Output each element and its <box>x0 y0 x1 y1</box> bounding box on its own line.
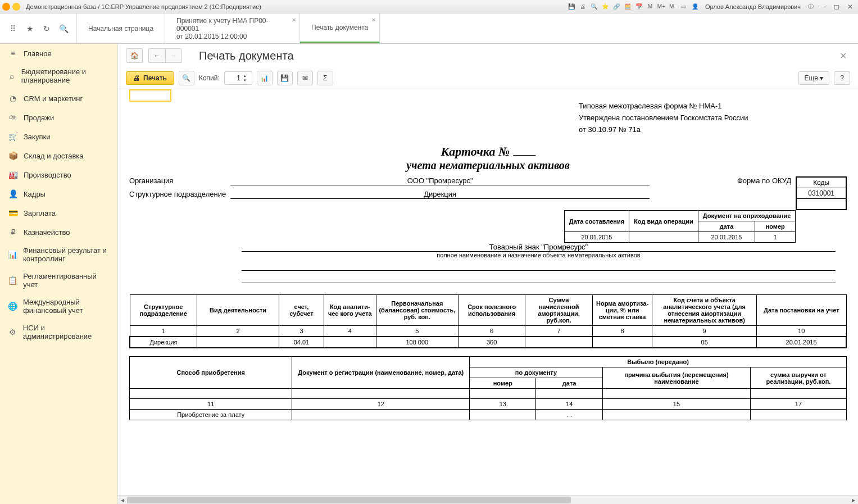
spin-down-icon[interactable]: ▼ <box>242 78 248 83</box>
page-title: Печать документа <box>199 49 294 62</box>
clipboard-icon: 📋 <box>8 275 17 285</box>
top-toolbar: ⠿ ★ ↻ 🔍 Начальная страница Принятие к уч… <box>0 13 858 44</box>
info-icon[interactable]: ⓘ <box>806 2 815 11</box>
sidebar-item-warehouse[interactable]: 📦Склад и доставка <box>0 146 117 165</box>
close-tab-icon[interactable]: ✕ <box>371 17 376 23</box>
sidebar-item-budgeting[interactable]: ⌕Бюджетирование и планирование <box>0 63 117 89</box>
mt-n1: 1 <box>130 326 197 337</box>
target-icon: ⌕ <box>8 71 16 81</box>
sidebar-item-purchases[interactable]: 🛒Закупки <box>0 127 117 146</box>
print-icon[interactable]: 🖨 <box>578 2 587 11</box>
mt-v6: 360 <box>458 337 525 348</box>
help-button[interactable]: ? <box>834 71 850 85</box>
close-tab-icon[interactable]: ✕ <box>292 17 296 23</box>
mt-h9: Код счета и объекта аналитического учета… <box>652 295 757 326</box>
sidebar-item-crm[interactable]: ◔CRM и маркетинг <box>0 89 117 108</box>
scrollbar-thumb[interactable] <box>127 497 571 503</box>
m-icon[interactable]: M <box>646 2 655 11</box>
card-icon: 💳 <box>8 208 18 218</box>
email-button[interactable]: ✉ <box>297 71 313 85</box>
panel-icon[interactable]: ▭ <box>679 2 688 11</box>
tab-document[interactable]: Принятие к учету НМА ПР00-000001 от 20.0… <box>165 13 300 43</box>
window-title: Демонстрационная база / 1С:ERP Управлени… <box>26 3 261 10</box>
close-window-button[interactable]: ✕ <box>845 2 856 11</box>
sidebar-item-label: CRM и маркетинг <box>24 94 83 103</box>
sum-button[interactable]: Σ <box>317 71 333 85</box>
sidebar-item-ifrs[interactable]: 🌐Международный финансовый учет <box>0 293 117 319</box>
spin-up-icon[interactable]: ▲ <box>242 74 248 78</box>
home-button[interactable]: 🏠 <box>126 48 143 63</box>
history-icon[interactable]: ↻ <box>42 24 52 34</box>
calendar-icon[interactable]: 📅 <box>634 2 643 11</box>
th-doc: Документ на оприходование <box>698 211 796 221</box>
sidebar-item-salary[interactable]: 💳Зарплата <box>0 203 117 223</box>
favorite-icon[interactable]: ⭐ <box>601 2 610 11</box>
mt-v8 <box>592 337 652 348</box>
person-icon: 👤 <box>8 189 18 199</box>
document-viewport[interactable]: Типовая межотраслевая форма № НМА-1 Утве… <box>118 89 858 495</box>
mt-h10: Дата постановки на учет <box>757 295 846 326</box>
sidebar-item-admin[interactable]: ⚙НСИ и администрирование <box>0 319 117 345</box>
excel-button[interactable]: 📊 <box>257 71 273 85</box>
mminus-icon[interactable]: M- <box>668 2 677 11</box>
tab-start-page[interactable]: Начальная страница <box>77 13 165 43</box>
th-doc-date: дата <box>698 221 755 232</box>
org-label: Организация <box>129 176 230 185</box>
back-button[interactable]: ← <box>148 48 165 63</box>
mt-v1: Дирекция <box>130 337 197 348</box>
forward-button[interactable]: → <box>165 48 182 63</box>
more-button[interactable]: Еще ▾ <box>798 71 830 85</box>
minimize-button[interactable]: ─ <box>818 2 829 11</box>
dt-n14: 14 <box>536 399 602 410</box>
user-name[interactable]: Орлов Александр Владимирович <box>702 3 804 10</box>
scroll-right-icon[interactable]: ▶ <box>849 496 858 504</box>
cart-icon: 🛒 <box>8 131 18 142</box>
close-page-button[interactable]: ✕ <box>836 51 850 61</box>
sidebar-item-main[interactable]: ≡Главное <box>0 44 117 63</box>
link-icon[interactable]: 🔗 <box>612 2 621 11</box>
print-label: Печать <box>143 74 167 82</box>
sidebar-item-hr[interactable]: 👤Кадры <box>0 184 117 203</box>
dt-n17: 17 <box>750 399 846 410</box>
maximize-button[interactable]: ◻ <box>831 2 842 11</box>
mt-n3: 3 <box>279 326 324 337</box>
apps-icon[interactable]: ⠿ <box>8 24 18 34</box>
piechart-icon: ◔ <box>8 93 18 103</box>
th-opcode: Код вида операции <box>629 211 698 232</box>
printer-icon: 🖨 <box>133 74 140 82</box>
sidebar-item-finresult[interactable]: 📊Финансовый результат и контроллинг <box>0 242 117 267</box>
dt-hnum: номер <box>470 378 536 389</box>
box-icon: 📦 <box>8 151 18 161</box>
horizontal-scrollbar[interactable]: ◀ ▶ <box>118 495 858 504</box>
sidebar-item-sales[interactable]: 🛍Продажи <box>0 108 117 127</box>
sidebar-item-label: Зарплата <box>24 209 56 217</box>
mt-n9: 9 <box>652 326 757 337</box>
preview-button[interactable]: 🔍 <box>179 71 194 85</box>
dt-v17 <box>750 410 846 420</box>
copies-input[interactable] <box>225 74 242 82</box>
print-button[interactable]: 🖨 Печать <box>126 71 174 85</box>
doc-title: Карточка № <box>129 144 847 159</box>
approval-line3: от 30.10.97 № 71а <box>579 124 847 136</box>
sidebar-item-regaccounting[interactable]: 📋Регламентированный учет <box>0 267 117 293</box>
calc-icon[interactable]: 🧮 <box>623 2 632 11</box>
content-area: 🏠 ← → Печать документа ✕ 🖨 Печать 🔍 Копи… <box>118 44 858 504</box>
sidebar-item-treasury[interactable]: ₽Казначейство <box>0 223 117 242</box>
mplus-icon[interactable]: M+ <box>657 2 666 11</box>
titlebar: Демонстрационная база / 1С:ERP Управлени… <box>0 0 858 13</box>
preview-icon[interactable]: 🔍 <box>589 2 598 11</box>
content-header: 🏠 ← → Печать документа ✕ <box>118 44 858 67</box>
save-icon[interactable]: 💾 <box>567 2 576 11</box>
scroll-left-icon[interactable]: ◀ <box>118 496 127 504</box>
copies-stepper[interactable]: ▲▼ <box>224 71 252 85</box>
save-doc-button[interactable]: 💾 <box>277 71 293 85</box>
app-dropdown-icon[interactable] <box>12 3 20 11</box>
dt-v15 <box>602 410 750 420</box>
mt-n6: 6 <box>458 326 525 337</box>
star-icon[interactable]: ★ <box>25 24 35 34</box>
mt-h5: Первоначальная (балансовая) стоимость, р… <box>376 295 458 326</box>
sidebar-item-production[interactable]: 🏭Производство <box>0 165 117 184</box>
main-table: Структурное подразделение Вид деятельнос… <box>129 294 847 348</box>
search-icon[interactable]: 🔍 <box>58 24 69 34</box>
tab-print-document[interactable]: Печать документа ✕ <box>300 13 380 43</box>
